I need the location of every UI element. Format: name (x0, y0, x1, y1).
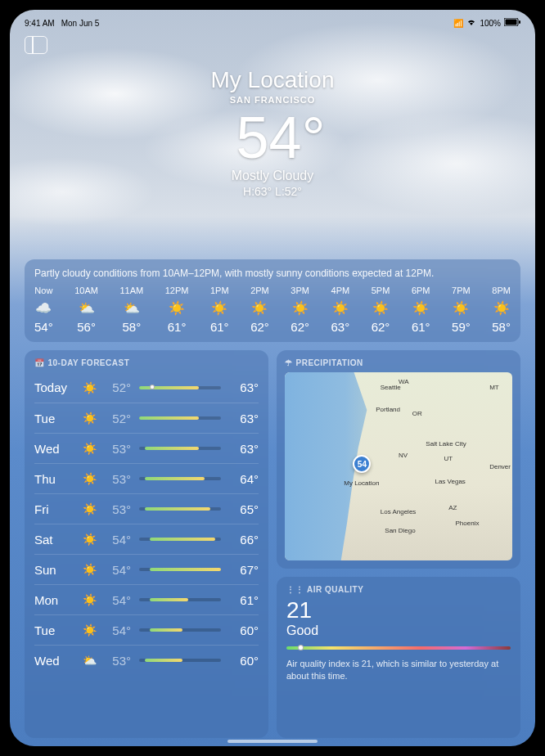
hourly-item[interactable]: 12PM☀️61° (165, 286, 189, 334)
temp-range-bar (139, 659, 221, 662)
hourly-item[interactable]: 2PM☀️62° (250, 286, 269, 334)
air-quality-card[interactable]: ⋮⋮ AIR QUALITY 21 Good Air quality index… (277, 577, 520, 738)
hourly-item[interactable]: 10AM⛅56° (74, 286, 98, 334)
temp-range-bar (139, 507, 221, 511)
daily-row[interactable]: Sun☀️54°67° (34, 554, 259, 584)
air-quality-scale (286, 646, 511, 650)
air-quality-indicator (298, 645, 304, 650)
daily-row[interactable]: Wed☀️53°63° (34, 433, 259, 463)
daily-row[interactable]: Tue☀️52°63° (34, 403, 259, 433)
day-low: 52° (101, 412, 131, 425)
hour-time: 6PM (412, 286, 430, 295)
map-city-label: Phoenix (456, 520, 480, 527)
daily-row[interactable]: Mon☀️54°61° (34, 584, 259, 614)
day-icon: ☀️ (77, 381, 101, 394)
map-city-label: Los Angeles (381, 508, 417, 515)
day-name: Sun (34, 563, 77, 577)
map-city-label: Portland (376, 406, 400, 413)
day-low: 53° (101, 654, 131, 668)
ten-day-forecast-card[interactable]: 📅 10-DAY FORECAST Today☀️52°63°Tue☀️52°6… (25, 350, 268, 738)
hourly-item[interactable]: 6PM☀️61° (412, 286, 430, 334)
day-high: 63° (229, 380, 259, 394)
hour-temp: 61° (168, 320, 187, 334)
sun-icon: ☀️ (169, 300, 185, 315)
hourly-item[interactable]: 8PM☀️58° (492, 286, 511, 334)
status-bar: 9:41 AM Mon Jun 5 📶 100% (10, 15, 535, 31)
hour-temp: 61° (210, 320, 229, 334)
hour-time: 10AM (74, 286, 98, 295)
map-city-label: UT (444, 455, 453, 462)
hourly-item[interactable]: 3PM☀️62° (291, 286, 309, 334)
day-name: Thu (34, 472, 77, 486)
umbrella-icon: ☂ (285, 358, 293, 367)
home-indicator[interactable] (227, 740, 318, 743)
hourly-item[interactable]: Now☁️54° (34, 286, 53, 334)
air-quality-title: ⋮⋮ AIR QUALITY (286, 585, 511, 594)
city-name: SAN FRANCISCO (10, 95, 535, 105)
day-low: 54° (101, 533, 131, 547)
daily-row[interactable]: Today☀️52°63° (34, 372, 259, 403)
hourly-item[interactable]: 7PM☀️59° (452, 286, 471, 334)
sun-icon: ☀️ (211, 300, 227, 315)
wifi-icon (466, 18, 476, 28)
hour-time: 2PM (250, 286, 269, 295)
daily-row[interactable]: Fri☀️53°65° (34, 493, 259, 524)
current-condition: Mostly Cloudy (10, 169, 535, 183)
sun-icon: ☀️ (372, 300, 389, 315)
calendar-icon: 📅 (34, 358, 45, 367)
precipitation-map[interactable]: 54 My Location SeattlePortlandSalt Lake … (285, 372, 512, 560)
day-icon: ☀️ (77, 533, 101, 546)
daily-row[interactable]: Tue☀️54°60° (34, 614, 259, 645)
day-low: 54° (101, 563, 131, 577)
partly-icon: ⛅ (79, 300, 95, 315)
hourly-item[interactable]: 11AM⛅58° (119, 286, 143, 334)
sun-icon: ☀️ (251, 300, 268, 315)
day-name: Mon (34, 593, 77, 607)
status-date: Mon Jun 5 (61, 19, 100, 28)
hourly-item[interactable]: 4PM☀️63° (331, 286, 350, 334)
sun-icon: ☀️ (292, 300, 309, 315)
day-high: 60° (229, 654, 259, 668)
precipitation-title: ☂ PRECIPITATION (285, 358, 512, 367)
day-name: Tue (34, 623, 77, 637)
temp-range-bar (139, 416, 221, 420)
battery-percent: 100% (480, 19, 501, 28)
temp-range-bar (139, 447, 221, 450)
day-icon: ☀️ (77, 563, 101, 576)
sun-icon: ☀️ (453, 300, 469, 315)
map-city-label: WA (399, 378, 409, 385)
day-high: 63° (229, 412, 259, 425)
day-low: 53° (101, 472, 131, 486)
sidebar-toggle-button[interactable] (25, 36, 47, 54)
daily-row[interactable]: Thu☀️53°64° (34, 463, 259, 493)
day-name: Today (34, 380, 77, 394)
precipitation-map-card[interactable]: ☂ PRECIPITATION 54 My Location SeattlePo… (277, 350, 520, 569)
day-icon: ☀️ (77, 502, 101, 515)
map-location-pin[interactable]: 54 (353, 455, 371, 473)
day-icon: ☀️ (77, 593, 101, 606)
day-icon: ☀️ (77, 412, 101, 425)
day-name: Wed (34, 654, 77, 668)
map-city-label: Salt Lake City (426, 440, 466, 448)
air-quality-description: Air quality index is 21, which is simila… (286, 658, 511, 682)
day-high: 60° (229, 623, 259, 637)
svg-rect-1 (506, 20, 517, 25)
map-city-label: MT (489, 384, 499, 391)
temp-range-bar (139, 568, 221, 571)
day-high: 64° (229, 472, 259, 486)
daily-row[interactable]: Sat☀️54°66° (34, 524, 259, 554)
hourly-forecast-card[interactable]: Partly cloudy conditions from 10AM–12PM,… (25, 259, 520, 342)
day-name: Sat (34, 533, 77, 547)
hourly-item[interactable]: 1PM☀️61° (210, 286, 229, 334)
day-low: 53° (101, 502, 131, 516)
sun-icon: ☀️ (412, 300, 429, 315)
map-city-label: AZ (448, 504, 457, 511)
day-high: 63° (229, 442, 259, 456)
aq-icon: ⋮⋮ (286, 585, 304, 594)
hour-time: 7PM (452, 286, 471, 295)
day-high: 66° (229, 533, 259, 547)
daily-row[interactable]: Wed⛅53°60° (34, 645, 259, 675)
hourly-item[interactable]: 5PM☀️62° (372, 286, 390, 334)
map-city-label: Seattle (381, 384, 401, 391)
day-name: Fri (34, 502, 77, 516)
